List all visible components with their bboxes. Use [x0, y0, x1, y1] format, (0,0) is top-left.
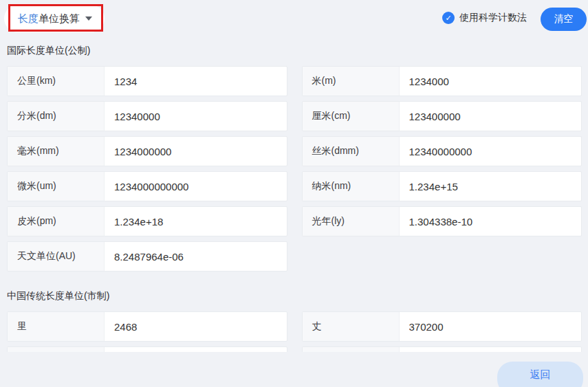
- input-dm[interactable]: [105, 102, 287, 131]
- unit-row-pm: 皮米(pm): [7, 206, 287, 236]
- input-clipped-left[interactable]: [105, 347, 287, 352]
- input-ly[interactable]: [400, 207, 582, 236]
- input-clipped-right[interactable]: [400, 347, 582, 352]
- unit-row-ly: 光年(ly): [302, 206, 582, 236]
- unit-row-m: 米(m): [302, 66, 582, 96]
- unit-row-clipped-left: [7, 346, 287, 352]
- unit-label-pm: 皮米(pm): [8, 207, 105, 236]
- unit-row-dmm: 丝米(dmm): [302, 136, 582, 166]
- unit-label-dm: 分米(dm): [8, 102, 105, 131]
- input-pm[interactable]: [105, 207, 287, 236]
- section-traditional: 中国传统长度单位(市制) 里 丈: [7, 289, 582, 352]
- unit-row-nm: 纳米(nm): [302, 171, 582, 201]
- chevron-down-icon: [85, 16, 92, 21]
- unit-label-ly: 光年(ly): [303, 207, 400, 236]
- unit-label-um: 微米(um): [8, 172, 105, 201]
- unit-label-dmm: 丝米(dmm): [303, 137, 400, 166]
- unit-label-km: 公里(km): [8, 67, 105, 96]
- unit-row-zhang: 丈: [302, 311, 582, 342]
- input-mm[interactable]: [105, 137, 287, 166]
- unit-type-dropdown[interactable]: 长度单位换算: [4, 5, 105, 32]
- unit-label-mm: 毫米(mm): [8, 137, 105, 166]
- input-km[interactable]: [105, 67, 287, 96]
- unit-row-li: 里: [7, 311, 287, 342]
- input-nm[interactable]: [400, 172, 582, 201]
- input-dmm[interactable]: [400, 137, 582, 166]
- unit-label-au: 天文单位(AU): [8, 242, 105, 271]
- unit-row-dm: 分米(dm): [7, 101, 287, 131]
- dropdown-label-highlight: 长度: [18, 12, 39, 25]
- unit-label-clipped-right: [303, 347, 400, 352]
- input-m[interactable]: [400, 67, 582, 96]
- section-title-metric: 国际长度单位(公制): [7, 44, 582, 57]
- unit-label-clipped-left: [8, 347, 105, 352]
- unit-label-nm: 纳米(nm): [303, 172, 400, 201]
- traditional-unit-grid: 里 丈: [7, 311, 582, 352]
- section-title-traditional: 中国传统长度单位(市制): [7, 289, 582, 302]
- input-li[interactable]: [105, 312, 287, 341]
- unit-row-au: 天文单位(AU): [7, 241, 287, 272]
- dropdown-label-rest: 单位换算: [39, 12, 80, 25]
- unit-row-km: 公里(km): [7, 66, 287, 96]
- input-um[interactable]: [105, 172, 287, 201]
- unit-row-mm: 毫米(mm): [7, 136, 287, 166]
- metric-unit-grid: 公里(km) 米(m) 分米(dm) 厘米(cm) 毫米(mm) 丝米(dmm)…: [7, 66, 582, 272]
- section-metric: 国际长度单位(公制) 公里(km) 米(m) 分米(dm) 厘米(cm) 毫米(…: [7, 44, 582, 272]
- unit-row-um: 微米(um): [7, 171, 287, 201]
- input-cm[interactable]: [400, 102, 582, 131]
- check-circle-icon: ✓: [442, 12, 455, 24]
- unit-label-li: 里: [8, 312, 105, 341]
- scientific-notation-label: 使用科学计数法: [459, 12, 527, 24]
- scientific-notation-checkbox[interactable]: ✓ 使用科学计数法: [442, 12, 527, 24]
- back-button[interactable]: 返回: [497, 362, 583, 387]
- traditional-grid-clip: 里 丈: [7, 311, 582, 352]
- unit-row-cm: 厘米(cm): [302, 101, 582, 131]
- unit-label-zhang: 丈: [303, 312, 400, 341]
- input-au[interactable]: [105, 242, 287, 271]
- input-zhang[interactable]: [400, 312, 582, 341]
- unit-row-clipped-right: [302, 346, 582, 352]
- unit-label-m: 米(m): [303, 67, 400, 96]
- clear-button[interactable]: 清空: [541, 8, 587, 31]
- unit-label-cm: 厘米(cm): [303, 102, 400, 131]
